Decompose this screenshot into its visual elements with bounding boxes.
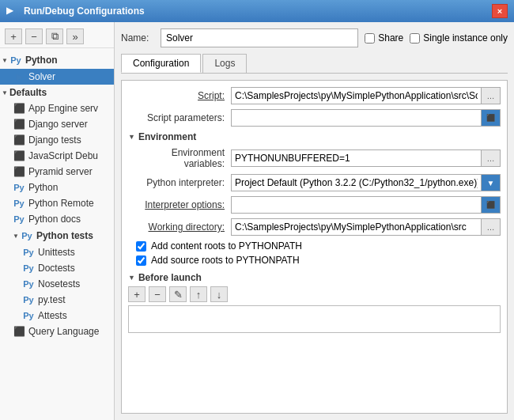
script-input-container: … (231, 87, 501, 104)
unittests-icon: Py (22, 246, 35, 259)
working-dir-input[interactable] (231, 218, 482, 236)
share-checkbox[interactable] (365, 33, 375, 44)
sidebar-item-django-server[interactable]: ⬛ Django server (0, 116, 114, 132)
interpreter-options-row: Interpreter options: ⬛ (128, 196, 501, 214)
launch-add-button[interactable]: + (128, 286, 146, 302)
python-remote-label: Python Remote (28, 198, 94, 209)
add-content-roots-checkbox[interactable] (136, 241, 146, 252)
python-remote-icon: Py (13, 197, 25, 210)
attests-label: Attests (38, 310, 67, 321)
env-vars-row: Environment variables: … (128, 147, 501, 169)
sidebar-group-python-tests[interactable]: ▼ Py Python tests (0, 227, 114, 244)
app-engine-icon: ⬛ (13, 102, 25, 115)
python-tests-group-label: Python tests (36, 230, 93, 241)
add-content-roots-row: Add content roots to PYTHONPATH (128, 240, 501, 252)
right-panel: Name: Share Single instance only Configu… (115, 22, 514, 420)
solver-icon: ▶ (13, 70, 25, 83)
copy-config-button[interactable]: ⧉ (46, 28, 63, 44)
launch-remove-button[interactable]: − (149, 286, 166, 302)
interpreter-options-input[interactable] (231, 196, 482, 214)
app-engine-label: App Engine serv (28, 103, 98, 114)
python-interpreter-row: Python interpreter: ▼ (128, 174, 501, 191)
env-vars-browse-button[interactable]: … (482, 149, 501, 167)
sidebar-item-pyramid-server[interactable]: ⬛ Pyramid server (0, 164, 114, 180)
script-browse-button[interactable]: … (482, 87, 501, 104)
python-interpreter-input[interactable] (231, 174, 482, 191)
nosetests-icon: Py (22, 278, 35, 290)
sidebar-item-python[interactable]: Py Python (0, 180, 114, 195)
more-button[interactable]: » (66, 28, 84, 44)
remove-config-button[interactable]: − (25, 28, 43, 44)
before-launch-header: ▼ Before launch (128, 272, 501, 283)
sidebar-item-query-language[interactable]: ⬛ Query Language (0, 324, 114, 339)
before-launch-title: Before launch (138, 272, 202, 283)
name-field-label: Name: (121, 32, 161, 44)
script-input[interactable] (231, 87, 482, 104)
sidebar-item-nosetests[interactable]: Py Nosetests (0, 276, 114, 292)
script-params-container: ⬛ (231, 109, 501, 127)
python-tests-group-icon: Py (21, 229, 33, 242)
add-content-roots-label: Add content roots to PYTHONPATH (151, 240, 302, 252)
single-instance-checkbox[interactable] (410, 33, 420, 44)
add-config-button[interactable]: + (5, 28, 22, 44)
title-bar: ▶ Run/Debug Configurations × (0, 0, 514, 22)
query-language-icon: ⬛ (13, 325, 25, 338)
sidebar-item-solver[interactable]: ▶ Solver (0, 69, 114, 85)
sidebar-item-app-engine[interactable]: ⬛ App Engine serv (0, 100, 114, 116)
script-params-input[interactable] (231, 109, 482, 127)
sidebar-toolbar: + − ⧉ » (0, 25, 114, 48)
launch-toolbar: + − ✎ ↑ ↓ (128, 286, 501, 302)
nosetests-label: Nosetests (38, 278, 80, 289)
env-vars-container: … (231, 149, 501, 167)
env-vars-label: Environment variables: (128, 147, 231, 169)
share-checkbox-container: Share (365, 32, 403, 44)
python-icon: Py (13, 181, 25, 194)
working-dir-container: … (231, 218, 501, 236)
before-launch-section: ▼ Before launch + − ✎ ↑ ↓ (128, 272, 501, 333)
sidebar-item-javascript-debug[interactable]: ⬛ JavaScript Debu (0, 148, 114, 164)
working-dir-browse-button[interactable]: … (482, 218, 501, 236)
doctests-label: Doctests (38, 263, 75, 274)
sidebar-group-python[interactable]: ▼ Py Python (0, 51, 114, 69)
sidebar-group-defaults[interactable]: ▼ Defaults (0, 85, 114, 100)
sidebar-item-attests[interactable]: Py Attests (0, 308, 114, 324)
attests-icon: Py (22, 309, 35, 322)
python-group-triangle: ▼ (2, 57, 8, 64)
django-server-icon: ⬛ (13, 118, 25, 131)
javascript-debug-label: JavaScript Debu (28, 150, 98, 161)
sidebar-item-python-remote[interactable]: Py Python Remote (0, 195, 114, 211)
sidebar-item-pytest[interactable]: Py py.test (0, 292, 114, 308)
sidebar-item-django-tests[interactable]: ⬛ Django tests (0, 132, 114, 148)
add-source-roots-row: Add source roots to PYTHONPATH (128, 255, 501, 266)
python-item-label: Python (28, 182, 58, 193)
python-interpreter-browse-button[interactable]: ▼ (482, 174, 501, 191)
launch-down-button[interactable]: ↓ (210, 286, 228, 302)
launch-edit-button[interactable]: ✎ (169, 286, 187, 302)
launch-up-button[interactable]: ↑ (190, 286, 207, 302)
env-vars-input[interactable] (231, 149, 482, 167)
interpreter-options-label: Interpreter options: (128, 199, 231, 210)
script-params-label: Script parameters: (128, 112, 231, 123)
single-instance-container: Single instance only (410, 32, 508, 44)
name-row: Name: Share Single instance only (121, 28, 508, 47)
tab-configuration[interactable]: Configuration (121, 54, 201, 73)
python-interpreter-label: Python interpreter: (128, 177, 231, 188)
interpreter-options-browse-button[interactable]: ⬛ (482, 196, 501, 214)
python-group-label: Python (25, 55, 58, 66)
sidebar-item-unittests[interactable]: Py Unittests (0, 244, 114, 260)
sidebar-item-python-docs[interactable]: Py Python docs (0, 211, 114, 227)
pytest-label: py.test (38, 294, 65, 305)
working-dir-row: Working directory: … (128, 218, 501, 236)
add-source-roots-checkbox[interactable] (136, 255, 146, 266)
solver-label: Solver (28, 71, 55, 82)
sidebar: + − ⧉ » ▼ Py Python ▶ Solver ▼ Defaults … (0, 22, 115, 420)
interpreter-options-container: ⬛ (231, 196, 501, 214)
script-params-browse-button[interactable]: ⬛ (482, 109, 501, 127)
name-input[interactable] (161, 28, 358, 47)
pytest-icon: Py (22, 293, 35, 306)
django-server-label: Django server (28, 119, 88, 130)
close-button[interactable]: × (492, 4, 508, 18)
sidebar-item-doctests[interactable]: Py Doctests (0, 260, 114, 276)
query-language-label: Query Language (28, 326, 99, 337)
tab-logs[interactable]: Logs (202, 54, 247, 73)
